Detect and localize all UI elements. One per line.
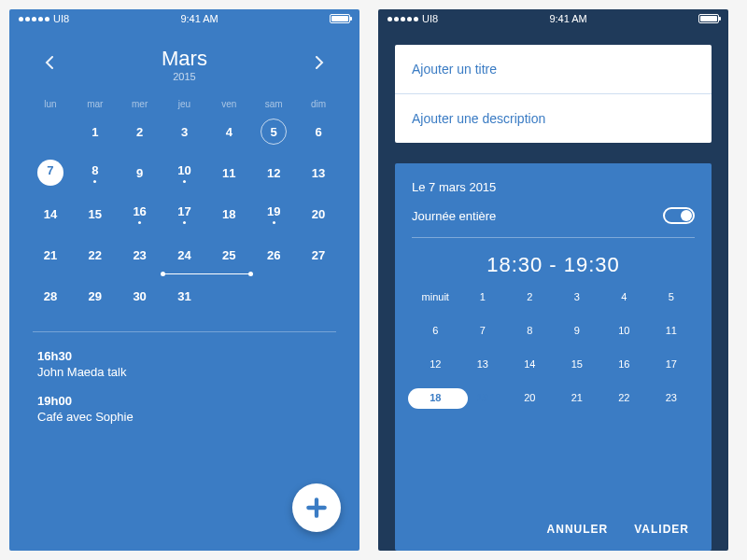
day-cell[interactable]: 22: [73, 238, 118, 272]
dialog-actions: ANNULER VALIDER: [412, 508, 695, 538]
weekday-label: dim: [296, 99, 341, 109]
day-cell[interactable]: 3: [162, 115, 207, 148]
carrier-label: UI8: [422, 13, 438, 24]
hour-cell[interactable]: 14: [506, 354, 554, 374]
hour-cell[interactable]: 1: [459, 287, 507, 307]
hour-cell[interactable]: 8: [506, 320, 554, 341]
clock: 9:41 AM: [549, 13, 586, 24]
hour-cell[interactable]: 7: [459, 320, 507, 341]
hour-cell[interactable]: 10: [600, 320, 648, 341]
day-cell[interactable]: 24: [162, 238, 207, 272]
day-cell[interactable]: 20: [296, 197, 341, 231]
hour-cell[interactable]: 15: [554, 354, 601, 374]
day-cell[interactable]: 28: [28, 279, 73, 313]
hour-cell[interactable]: 3: [554, 287, 601, 307]
day-cell[interactable]: 30: [118, 279, 162, 313]
day-cell[interactable]: 25: [206, 238, 251, 272]
hour-cell[interactable]: 19: [459, 387, 507, 408]
hour-cell[interactable]: 9: [554, 320, 601, 341]
day-cell[interactable]: 6: [296, 115, 341, 148]
day-cell[interactable]: 1: [73, 115, 118, 148]
weekday-label: mar: [73, 99, 118, 109]
confirm-button[interactable]: VALIDER: [634, 523, 689, 536]
weekday-label: lun: [28, 99, 73, 109]
event-item[interactable]: 16h30 John Maeda talk: [37, 349, 331, 379]
day-cell[interactable]: 4: [206, 115, 251, 148]
weekday-label: jeu: [162, 99, 207, 109]
title-input[interactable]: Ajouter un titre: [395, 45, 712, 93]
battery-icon: [698, 14, 719, 23]
time-range-label: 18:30 - 19:30: [412, 253, 695, 277]
plus-icon: [304, 496, 329, 520]
calendar-header: Mars 2015: [9, 28, 359, 90]
hour-cell[interactable]: 22: [600, 387, 648, 408]
range-line: [162, 273, 250, 274]
weekday-label: sam: [251, 99, 296, 109]
hour-cell[interactable]: 23: [648, 387, 696, 408]
carrier-label: UI8: [53, 13, 69, 24]
text-fields-card: Ajouter un titre Ajouter une description: [395, 45, 712, 143]
range-start-dot: [161, 272, 165, 276]
day-cell[interactable]: 14: [28, 197, 73, 231]
day-cell[interactable]: 15: [73, 197, 118, 231]
signal-dots-icon: [388, 17, 418, 21]
calendar-screen: UI8 9:41 AM Mars 2015 lun mar mer jeu ve…: [9, 9, 359, 551]
prev-month-button[interactable]: [37, 49, 62, 80]
hour-cell[interactable]: 12: [412, 354, 459, 374]
day-cell[interactable]: 11: [206, 156, 251, 189]
event-editor-screen: UI8 9:41 AM Ajouter un titre Ajouter une…: [378, 9, 728, 551]
event-time: 16h30: [37, 349, 331, 363]
day-cell[interactable]: 10: [162, 156, 207, 189]
description-input[interactable]: Ajouter une description: [395, 94, 712, 143]
hour-cell[interactable]: 5: [648, 287, 696, 307]
days-grid: 1234567891011121314151617181920212223242…: [9, 115, 359, 322]
next-month-button[interactable]: [307, 49, 331, 80]
day-cell[interactable]: 21: [28, 238, 73, 272]
hour-cell[interactable]: 18: [412, 387, 459, 408]
day-cell[interactable]: 12: [251, 156, 296, 189]
events-list: 16h30 John Maeda talk 19h00 Café avec So…: [9, 342, 359, 446]
day-cell[interactable]: 17: [162, 197, 207, 231]
event-item[interactable]: 19h00 Café avec Sophie: [37, 394, 331, 424]
hour-cell[interactable]: 11: [648, 320, 696, 341]
weekday-label: mer: [118, 99, 162, 109]
hours-grid: minuit1234567891011121314151617181920212…: [412, 287, 695, 408]
signal-dots-icon: [19, 17, 49, 21]
event-title: John Maeda talk: [37, 365, 331, 379]
hour-cell[interactable]: 16: [600, 354, 648, 374]
day-cell[interactable]: 8: [73, 156, 118, 189]
hour-cell[interactable]: 2: [506, 287, 554, 307]
hour-cell[interactable]: minuit: [412, 287, 459, 307]
hour-cell[interactable]: 6: [412, 320, 459, 341]
hour-cell[interactable]: 13: [459, 354, 507, 374]
divider: [412, 237, 695, 238]
day-cell[interactable]: 26: [251, 238, 296, 272]
day-cell[interactable]: 7: [28, 156, 73, 189]
allday-toggle[interactable]: [663, 207, 695, 224]
range-end-dot: [248, 272, 253, 276]
day-cell[interactable]: 18: [206, 197, 251, 231]
day-cell[interactable]: 23: [118, 238, 162, 272]
day-cell[interactable]: 29: [73, 279, 118, 313]
hour-cell[interactable]: 20: [506, 387, 554, 408]
event-time: 19h00: [37, 394, 331, 408]
day-cell[interactable]: 2: [118, 115, 162, 148]
day-cell[interactable]: 31: [162, 279, 207, 313]
event-title: Café avec Sophie: [37, 410, 331, 424]
clock: 9:41 AM: [180, 13, 218, 24]
cancel-button[interactable]: ANNULER: [547, 523, 609, 536]
weekday-label: ven: [206, 99, 251, 109]
add-event-button[interactable]: [292, 483, 341, 532]
hour-cell[interactable]: 21: [554, 387, 601, 408]
hour-cell[interactable]: 17: [648, 354, 696, 374]
day-cell[interactable]: 27: [296, 238, 341, 272]
day-cell[interactable]: 16: [118, 197, 162, 231]
day-cell[interactable]: 5: [251, 115, 296, 148]
status-bar: UI8 9:41 AM: [378, 9, 728, 28]
hour-cell[interactable]: 4: [600, 287, 648, 307]
day-cell[interactable]: 9: [118, 156, 162, 189]
day-cell[interactable]: 13: [296, 156, 341, 189]
day-cell[interactable]: 19: [251, 197, 296, 231]
time-picker-card: Le 7 mars 2015 Journée entière 18:30 - 1…: [395, 163, 712, 551]
divider: [33, 331, 336, 332]
